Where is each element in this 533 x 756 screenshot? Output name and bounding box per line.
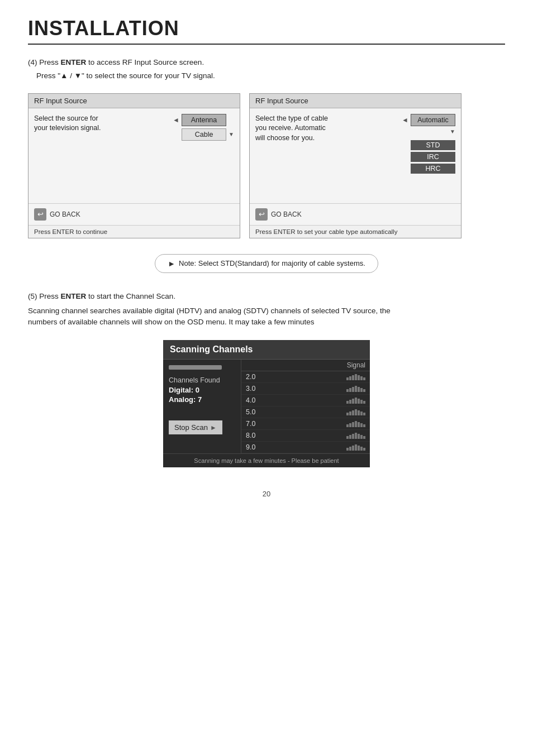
scan-header-row: Signal — [241, 360, 370, 371]
bar — [352, 446, 354, 451]
scan-header-signal: Signal — [347, 361, 365, 369]
scan-channel-list: Signal 2.0 3.0 — [241, 360, 370, 453]
table-row: 3.0 — [241, 383, 370, 395]
bar — [346, 377, 349, 380]
scan-wrapper: Scanning Channels Channels Found Digital… — [28, 340, 505, 467]
automatic-option: ◄ Automatic — [402, 114, 455, 126]
signal-bars — [346, 398, 365, 404]
channel-num: 3.0 — [246, 385, 265, 393]
bar — [349, 400, 351, 404]
automatic-arrow-icon: ◄ — [402, 116, 408, 124]
enter-bold: ENTER — [61, 58, 87, 66]
bar — [349, 447, 351, 451]
bar — [358, 422, 360, 427]
stop-scan-arrow-icon: ► — [210, 424, 217, 432]
bar — [358, 410, 360, 415]
scan-analog-count: Analog: 7 — [169, 395, 235, 404]
bar — [355, 398, 357, 404]
signal-bars — [346, 386, 365, 392]
bar — [352, 422, 354, 427]
bar — [360, 423, 363, 427]
bar — [360, 400, 363, 404]
bar — [360, 388, 363, 392]
bar — [349, 423, 351, 427]
go-back-left-btn[interactable]: GO BACK — [50, 210, 80, 218]
bar — [355, 386, 357, 392]
channel-num: 8.0 — [246, 432, 265, 439]
bar — [358, 387, 360, 392]
signal-bars — [346, 433, 365, 439]
bar — [346, 389, 349, 392]
bar — [349, 435, 351, 439]
bar — [360, 447, 363, 451]
bar — [360, 376, 363, 380]
rf-panel-right-title: RF Input Source — [250, 94, 461, 108]
rf-panels-container: RF Input Source Select the source foryou… — [28, 93, 505, 238]
bar — [358, 399, 360, 404]
note-text: Note: Select STD(Standard) for majority … — [179, 259, 365, 267]
scan-title: Scanning Channels — [163, 340, 370, 360]
bar — [363, 377, 365, 380]
bar — [358, 434, 360, 439]
bar — [349, 376, 351, 380]
table-row: 8.0 — [241, 430, 370, 442]
cable-btn[interactable]: Cable — [182, 128, 226, 141]
bar — [346, 401, 349, 404]
bar — [346, 448, 349, 451]
cable-option: Cable ▼ — [182, 128, 234, 141]
cable-list: STD IRC HRC — [411, 140, 455, 174]
enter-bold-5: ENTER — [61, 292, 87, 300]
bar — [358, 446, 360, 451]
signal-bars — [346, 444, 365, 451]
channel-num: 9.0 — [246, 443, 265, 451]
bar — [352, 387, 354, 392]
instruction-4-line1: (4) Press ENTER to access RF Input Sourc… — [28, 57, 505, 68]
page-number: 20 — [28, 490, 505, 498]
bar — [355, 433, 357, 439]
bar — [363, 424, 365, 427]
bar — [363, 436, 365, 439]
hrc-option[interactable]: HRC — [411, 164, 455, 174]
antenna-option: ◄ Antenna — [173, 114, 234, 126]
scan-channels-found-label: Channels Found — [169, 376, 235, 384]
stop-scan-button[interactable]: Stop Scan ► — [169, 420, 222, 434]
bar — [355, 444, 357, 451]
bar — [346, 424, 349, 427]
scan-footer: Scanning may take a few minutes - Please… — [163, 453, 370, 467]
channel-num: 4.0 — [246, 396, 265, 404]
bar — [346, 413, 349, 415]
page-title: INSTALLATION — [28, 17, 505, 45]
go-back-left-area: ↩ GO BACK — [28, 203, 240, 225]
automatic-btn[interactable]: Automatic — [411, 114, 455, 126]
antenna-arrow-icon: ◄ — [173, 116, 179, 124]
table-row: 7.0 — [241, 418, 370, 430]
stop-scan-label: Stop Scan — [174, 423, 208, 432]
bar — [352, 434, 354, 439]
table-row: 9.0 — [241, 442, 370, 453]
bar — [360, 412, 363, 415]
cable-type-options: ◄ Automatic ▼ STD IRC HRC — [402, 114, 455, 174]
go-back-right-arrow-icon: ↩ — [255, 208, 268, 221]
scan-digital-count: Digital: 0 — [169, 386, 235, 394]
bar — [355, 374, 357, 380]
channel-num: 5.0 — [246, 408, 265, 416]
bar — [352, 410, 354, 415]
table-row: 2.0 — [241, 371, 370, 383]
cable-chevron-icon: ▼ — [229, 131, 234, 137]
rf-panel-cable-type: RF Input Source Select the type of cable… — [249, 93, 461, 238]
automatic-chevron-icon: ▼ — [450, 128, 455, 135]
bar — [355, 409, 357, 415]
channel-num: 7.0 — [246, 420, 265, 428]
bar — [346, 436, 349, 439]
table-row: 4.0 — [241, 395, 370, 406]
note-arrow-icon: ► — [168, 259, 175, 268]
bar — [363, 448, 365, 451]
antenna-btn[interactable]: Antenna — [182, 114, 226, 126]
scan-panel: Scanning Channels Channels Found Digital… — [163, 340, 370, 467]
table-row: 5.0 — [241, 406, 370, 418]
irc-option[interactable]: IRC — [411, 152, 455, 162]
std-option[interactable]: STD — [411, 140, 455, 150]
rf-panel-right-footer: Press ENTER to set your cable type autom… — [250, 225, 461, 238]
bar — [349, 388, 351, 392]
go-back-right-btn[interactable]: GO BACK — [271, 210, 302, 218]
